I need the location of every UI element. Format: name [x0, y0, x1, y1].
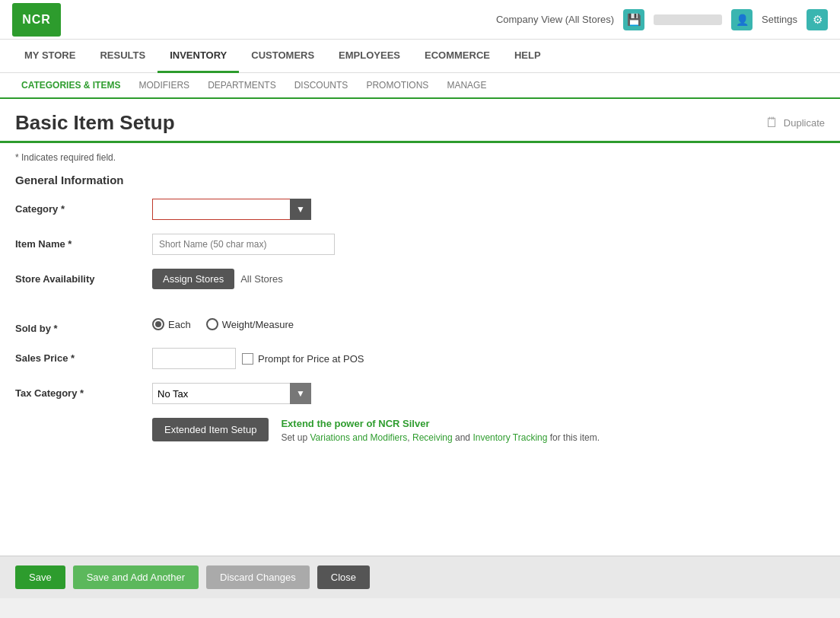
- all-stores-text: All Stores: [240, 273, 283, 285]
- footer-bar: Save Save and Add Another Discard Change…: [0, 556, 840, 598]
- page-title: Basic Item Setup: [15, 111, 175, 135]
- subnav-manage[interactable]: MANAGE: [438, 73, 495, 99]
- tax-value-input[interactable]: [153, 384, 290, 403]
- store-availability-row: Store Availability Assign Stores All Sto…: [15, 269, 825, 289]
- category-label: Category *: [15, 199, 152, 215]
- store-availability-control: Assign Stores All Stores: [152, 269, 825, 289]
- nav-inventory[interactable]: INVENTORY: [158, 40, 239, 73]
- content-area: * Indicates required field. General Info…: [0, 143, 840, 458]
- top-bar: NCR Company View (All Stores) 💾 👤 Settin…: [0, 0, 840, 40]
- secondary-nav: CATEGORIES & ITEMS MODIFIERS DEPARTMENTS…: [0, 73, 840, 99]
- item-name-input[interactable]: [152, 234, 335, 255]
- save-button[interactable]: Save: [15, 565, 65, 589]
- duplicate-label: Duplicate: [784, 117, 825, 129]
- sold-by-weight-label: Weight/Measure: [222, 319, 294, 330]
- store-availability-label: Store Availability: [15, 269, 152, 285]
- required-note: * Indicates required field.: [15, 152, 825, 163]
- tax-category-control: ▼: [152, 383, 825, 404]
- subnav-departments[interactable]: DEPARTMENTS: [199, 73, 285, 99]
- extend-comma: ,: [407, 432, 412, 443]
- assign-stores-button[interactable]: Assign Stores: [152, 269, 234, 289]
- subnav-modifiers[interactable]: MODIFIERS: [129, 73, 199, 99]
- nav-employees[interactable]: EMPLOYEES: [326, 40, 412, 73]
- radio-weight-circle[interactable]: [206, 318, 218, 330]
- category-dropdown-arrow[interactable]: ▼: [290, 199, 311, 220]
- subnav-discounts[interactable]: DISCOUNTS: [285, 73, 358, 99]
- prompt-price-text: Prompt for Price at POS: [258, 353, 364, 365]
- sales-price-control: Prompt for Price at POS: [152, 348, 825, 369]
- save-icon[interactable]: 💾: [623, 9, 644, 30]
- category-select-wrapper[interactable]: ▼: [152, 199, 304, 220]
- radio-each-circle[interactable]: [152, 318, 164, 330]
- extend-suffix: for this item.: [547, 432, 600, 443]
- page-header: Basic Item Setup 🗒 Duplicate: [0, 99, 840, 143]
- subnav-categories-items[interactable]: CATEGORIES & ITEMS: [12, 73, 129, 99]
- extend-receiving-link[interactable]: Receiving: [412, 432, 453, 443]
- save-and-add-another-button[interactable]: Save and Add Another: [73, 565, 199, 589]
- sold-by-each-option[interactable]: Each: [152, 318, 191, 330]
- extend-power-title: Extend the power of NCR Silver: [281, 418, 825, 429]
- tax-select-wrapper[interactable]: ▼: [152, 383, 304, 404]
- sales-price-input[interactable]: [152, 348, 236, 369]
- nav-results[interactable]: RESULTS: [88, 40, 158, 73]
- nav-ecommerce[interactable]: ECOMMERCE: [412, 40, 502, 73]
- top-right-area: Company View (All Stores) 💾 👤 Settings ⚙: [496, 9, 828, 30]
- sold-by-row: Sold by * Each Weight/Measure: [15, 318, 825, 334]
- item-name-control: [152, 234, 825, 255]
- prompt-price-checkbox[interactable]: [242, 353, 253, 365]
- duplicate-button[interactable]: 🗒 Duplicate: [765, 115, 825, 131]
- user-avatar[interactable]: 👤: [731, 9, 752, 30]
- sales-price-row: Sales Price * Prompt for Price at POS: [15, 348, 825, 369]
- general-info-section-title: General Information: [15, 174, 825, 186]
- close-button[interactable]: Close: [317, 565, 370, 589]
- item-name-row: Item Name *: [15, 234, 825, 255]
- duplicate-icon: 🗒: [765, 115, 779, 131]
- extend-variations-link[interactable]: Variations and Modifiers: [310, 432, 407, 443]
- extend-inventory-link[interactable]: Inventory Tracking: [473, 432, 547, 443]
- sold-by-radio-group: Each Weight/Measure: [152, 318, 294, 330]
- extend-body-prefix: Set up: [281, 432, 310, 443]
- category-row: Category * ▼: [15, 199, 825, 220]
- nav-help[interactable]: HELP: [502, 40, 553, 73]
- logo-text: NCR: [22, 13, 51, 27]
- tax-category-label: Tax Category *: [15, 383, 152, 399]
- primary-nav: MY STORE RESULTS INVENTORY CUSTOMERS EMP…: [0, 40, 840, 73]
- tax-dropdown-arrow[interactable]: ▼: [290, 383, 311, 404]
- user-name-blurred: [654, 14, 722, 25]
- discard-changes-button[interactable]: Discard Changes: [206, 565, 310, 589]
- prompt-price-label[interactable]: Prompt for Price at POS: [242, 353, 364, 365]
- nav-my-store[interactable]: MY STORE: [12, 40, 88, 73]
- nav-customers[interactable]: CUSTOMERS: [239, 40, 326, 73]
- item-name-label: Item Name *: [15, 234, 152, 250]
- sold-by-label: Sold by *: [15, 318, 152, 334]
- category-input[interactable]: [153, 199, 290, 219]
- category-control: ▼: [152, 199, 825, 220]
- extend-and: and: [453, 432, 473, 443]
- tax-category-row: Tax Category * ▼: [15, 383, 825, 404]
- extended-description: Extend the power of NCR Silver Set up Va…: [281, 418, 825, 443]
- extended-item-section: Extended Item Setup Extend the power of …: [152, 418, 825, 443]
- settings-label[interactable]: Settings: [762, 14, 797, 25]
- sales-price-label: Sales Price *: [15, 348, 152, 364]
- extend-body: Set up Variations and Modifiers, Receivi…: [281, 432, 825, 443]
- settings-gear-icon[interactable]: ⚙: [807, 9, 828, 30]
- main-wrapper: Basic Item Setup 🗒 Duplicate * Indicates…: [0, 99, 840, 556]
- extended-item-setup-button[interactable]: Extended Item Setup: [152, 418, 269, 441]
- sold-by-weight-option[interactable]: Weight/Measure: [206, 318, 294, 330]
- company-view-label: Company View (All Stores): [496, 14, 614, 25]
- sold-by-each-label: Each: [168, 319, 191, 330]
- sold-by-control: Each Weight/Measure: [152, 318, 825, 330]
- subnav-promotions[interactable]: PROMOTIONS: [357, 73, 438, 99]
- ncr-logo[interactable]: NCR: [12, 3, 61, 37]
